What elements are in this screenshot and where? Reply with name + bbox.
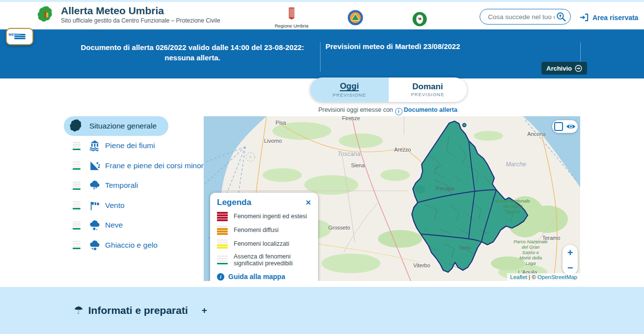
regione-umbria-label: Regione Umbria — [269, 23, 314, 28]
forecast-note-text: Previsioni oggi emesse con — [318, 106, 393, 113]
layer-checkbox[interactable] — [554, 122, 563, 131]
tab-oggi-label: Oggi — [340, 82, 359, 92]
info-icon: i — [395, 108, 402, 115]
centro-funzionale-logo[interactable] — [412, 12, 427, 26]
legend-swatch-red — [217, 212, 228, 221]
forecast-note: Previsioni oggi emesse coniDocumento all… — [241, 106, 535, 115]
legend-item-ingenti: Fenomeni ingenti ed estesi — [217, 212, 311, 221]
alert-level-indicator — [73, 161, 80, 170]
informati-section: ☂ Informati e preparati + — [0, 287, 644, 334]
sidebar-item-label: Neve — [105, 221, 123, 230]
alert-level-indicator — [73, 221, 80, 230]
alert-level-indicator — [73, 241, 80, 249]
legend-swatch-orange — [217, 226, 228, 235]
forecast-title: Previsioni meteo di Martedì 23/08/2022 — [325, 42, 460, 51]
ice-icon — [88, 239, 102, 252]
forecast-map[interactable]: Pisa Livorno Firenze Toscana Arezzo Sien… — [204, 116, 580, 281]
search-input[interactable] — [487, 13, 556, 21]
brand-text: Allerta Meteo Umbria Sito ufficiale gest… — [61, 5, 220, 24]
legend-title: Legenda — [217, 198, 251, 207]
search-box — [480, 9, 571, 25]
legend-swatch-green — [217, 256, 228, 265]
archive-button[interactable]: Archivio — [541, 62, 587, 75]
landslide-icon — [88, 159, 102, 172]
sidebar-item-piene-dei-fiumi[interactable]: Piene dei fiumi — [64, 136, 206, 156]
menu-button[interactable]: MENU — [6, 28, 33, 45]
map-guide-link[interactable]: i Guida alla mappa — [217, 273, 311, 281]
login-icon — [579, 13, 589, 22]
sidebar-item-vento[interactable]: Vento — [64, 196, 206, 216]
forecast-tabs: Oggi PREVISIONE Domani PREVISIONE — [310, 77, 467, 102]
page-subtitle: Sito ufficiale gestito da Centro Funzion… — [61, 17, 220, 24]
regione-umbria-logo[interactable]: Regione Umbria — [269, 7, 314, 28]
river-flood-icon — [88, 139, 102, 152]
sidebar-item-ghiaccio[interactable]: Ghiaccio e gelo — [64, 235, 206, 256]
tab-domani-sublabel: PREVISIONE — [411, 92, 444, 97]
alert-level-indicator — [73, 181, 80, 190]
leaflet-link[interactable]: Leaflet — [510, 274, 527, 280]
legend-swatch-yellow — [217, 239, 228, 249]
alert-document-text: Documento di allerta 026/2022 valido dal… — [65, 42, 320, 63]
hamburger-icon — [14, 33, 26, 40]
sidebar-item-label: Temporali — [105, 181, 138, 190]
sidebar-item-temporali[interactable]: Temporali — [64, 176, 206, 196]
protezione-civile-logo[interactable] — [348, 10, 363, 26]
header: Allerta Meteo Umbria Sito ufficiale gest… — [0, 2, 644, 29]
tab-oggi-sublabel: PREVISIONE — [333, 92, 366, 98]
sidebar-item-label: Ghiaccio e gelo — [105, 241, 158, 250]
page-title: Allerta Meteo Umbria — [61, 5, 220, 16]
layer-visibility-control — [552, 120, 578, 133]
sidebar-item-label: Piene dei fiumi — [105, 141, 155, 150]
sidebar-item-label: Frane e piene dei corsi minori — [105, 161, 205, 170]
umbria-logo-icon — [37, 5, 55, 24]
tab-domani[interactable]: Domani PREVISIONE — [389, 77, 467, 102]
area-riservata-link[interactable]: Area riservata — [579, 13, 638, 22]
thunderstorm-icon — [88, 179, 102, 192]
hazard-sidebar: Situazione generale Piene dei fiumi — [64, 116, 206, 255]
eye-icon[interactable] — [566, 123, 576, 130]
openstreetmap-link[interactable]: OpenStreetMap — [537, 274, 577, 280]
regione-umbria-banner-icon — [287, 7, 296, 21]
umbrella-icon: ☂ — [74, 305, 83, 316]
archive-button-label: Archivio — [546, 65, 572, 72]
legend-close-icon[interactable]: ✕ — [305, 199, 311, 206]
tab-domani-label: Domani — [412, 82, 443, 91]
map-attribution: Leaflet | © OpenStreetMap — [507, 273, 580, 281]
legend-item-assenza: Assenza di fenomeni significativi preved… — [217, 253, 311, 267]
sidebar-item-label: Vento — [105, 201, 125, 210]
site-brand[interactable]: Allerta Meteo Umbria Sito ufficiale gest… — [37, 5, 220, 24]
legend-item-localizzati: Fenomeni localizzati — [217, 239, 311, 249]
sidebar-item-situazione-generale[interactable]: Situazione generale — [64, 116, 168, 136]
arrow-circle-right-icon — [575, 65, 582, 72]
tab-oggi[interactable]: Oggi PREVISIONE — [310, 77, 389, 102]
sidebar-item-frane[interactable]: Frane e piene dei corsi minori — [64, 156, 206, 176]
expand-plus-icon[interactable]: + — [202, 305, 207, 316]
alert-banner: Documento di allerta 026/2022 valido dal… — [0, 29, 644, 78]
sidebar-active-label: Situazione generale — [89, 122, 157, 130]
sidebar-item-neve[interactable]: Neve — [64, 215, 206, 235]
legend-item-diffusi: Fenomeni diffusi — [217, 226, 311, 235]
zoom-in-button[interactable]: + — [563, 245, 578, 260]
alert-level-indicator — [73, 201, 80, 209]
alert-level-indicator — [73, 142, 80, 150]
documento-allerta-link[interactable]: Documento allerta — [404, 106, 457, 113]
map-zoom-control: + − — [563, 245, 578, 275]
area-riservata-label: Area riservata — [592, 14, 638, 22]
search-icon[interactable] — [556, 11, 566, 22]
banner-divider — [320, 42, 321, 72]
snow-icon — [88, 219, 102, 231]
informati-title[interactable]: Informati e preparati — [88, 305, 188, 316]
windsock-icon — [88, 199, 102, 212]
partner-logos: Regione Umbria — [265, 6, 432, 28]
umbria-shape-icon — [70, 119, 83, 133]
allerta-meteo-umbria-page: Allerta Meteo Umbria Sito ufficiale gest… — [0, 0, 644, 334]
info-icon: i — [217, 273, 224, 281]
map-legend: Legenda ✕ Fenomeni ingenti ed estesi Fen… — [210, 193, 318, 281]
